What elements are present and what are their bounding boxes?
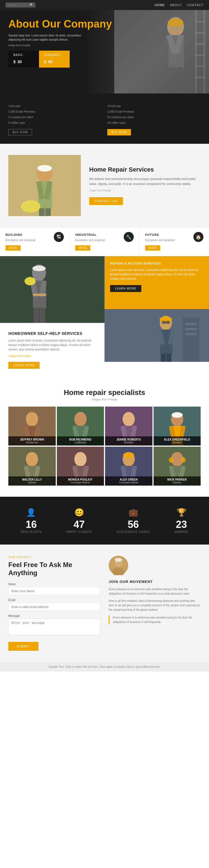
footer-text: Sample Text. Click to select the text bo… bbox=[8, 665, 201, 668]
future-more-button[interactable]: MORE bbox=[145, 245, 160, 251]
homeowner-left-col: HOMEOWNER SELF-HELP SERVICES Lorem ipsum… bbox=[0, 256, 105, 377]
specialist-0-name: JEFFREY BROWN bbox=[10, 438, 54, 441]
svg-rect-12 bbox=[195, 43, 205, 44]
join-avatar bbox=[109, 556, 128, 575]
industrial-more-button[interactable]: MORE bbox=[75, 245, 90, 251]
pricing-row: BASIC $ 30 STANDART $ 60 bbox=[8, 51, 112, 68]
industrial-icon: 🔧 bbox=[124, 232, 134, 242]
repair-access-box: REPAIR & ACCESS SERVICES Lorem ipsum dol… bbox=[105, 256, 209, 309]
homeowner-description: Lorem ipsum dolor sit amet, consectetur … bbox=[8, 338, 96, 352]
homeowner-learn-button[interactable]: LEARN MORE bbox=[8, 362, 40, 369]
svg-point-34 bbox=[25, 277, 36, 285]
contact-title: Feel Free To Ask Me Anything bbox=[8, 561, 100, 577]
standard-feature-4: 10 coffee cups bbox=[107, 120, 201, 126]
nav-contact[interactable]: CONTACT bbox=[187, 3, 203, 7]
nav-about[interactable]: ABOUT bbox=[170, 3, 182, 7]
specialists-label: SPECIALISTS bbox=[21, 530, 42, 533]
specialist-4: WALTER LILLY Partner bbox=[8, 447, 56, 486]
svg-rect-44 bbox=[185, 323, 197, 325]
repair-worker-image bbox=[8, 155, 81, 216]
basic-plan-box: BASIC $ 30 bbox=[8, 51, 39, 68]
svg-point-86 bbox=[74, 452, 86, 467]
svg-point-77 bbox=[172, 412, 183, 418]
cases-icon: 💼 bbox=[116, 508, 150, 517]
specialist-5-info: MONICA POULIOT Associate Partner bbox=[57, 476, 104, 486]
message-label: Message bbox=[8, 614, 100, 617]
plans-section: 1 full user 1,000 Email Previews 5 conta… bbox=[0, 93, 209, 144]
building-more-button[interactable]: MORE bbox=[6, 245, 21, 251]
nav-home[interactable]: HOME bbox=[155, 3, 165, 7]
email-input[interactable] bbox=[8, 603, 100, 611]
repair-access-right: REPAIR & ACCESS SERVICES Lorem ipsum dol… bbox=[105, 256, 209, 362]
specialist-0-role: Handyman bbox=[10, 441, 54, 444]
basic-features: 1 full user 1,000 Email Previews 5 conta… bbox=[8, 103, 102, 126]
standard-feature-1: 10 full user bbox=[107, 103, 201, 109]
svg-rect-25 bbox=[0, 256, 105, 323]
svg-rect-31 bbox=[40, 308, 45, 323]
standard-amount: 60 bbox=[48, 60, 52, 64]
basic-amount: 30 bbox=[17, 60, 22, 64]
homeowner-image-credit: Images from Freepik bbox=[8, 354, 96, 358]
specialist-1-role: Craftsman bbox=[58, 441, 103, 444]
svg-rect-14 bbox=[195, 66, 205, 67]
standard-feature-2: 2,000 Email Previews bbox=[107, 109, 201, 115]
join-quote-text: Every pleasure is to welcome pain avoide… bbox=[113, 616, 201, 624]
specialist-5-role: Associate Partner bbox=[58, 481, 103, 484]
stats-section: 👤 16 SPECIALISTS 😊 47 HAPPY CLIENTS 💼 56… bbox=[0, 497, 209, 545]
search-box[interactable]: 🔍 bbox=[6, 2, 35, 7]
svg-point-18 bbox=[37, 165, 52, 172]
basic-plan-label: BASIC bbox=[14, 53, 34, 57]
message-textarea[interactable] bbox=[8, 619, 100, 635]
specialist-0-info: JEFFREY BROWN Handyman bbox=[8, 436, 56, 445]
specialist-1: BOB RICHMOND Craftsman bbox=[57, 407, 104, 445]
svg-point-42 bbox=[160, 316, 172, 322]
standard-features: 10 full user 2,000 Email Previews 10 con… bbox=[107, 103, 201, 126]
svg-point-48 bbox=[165, 321, 170, 324]
repair-content: Home Repair Services We believe that hom… bbox=[89, 166, 201, 205]
join-quote: Every pleasure is to welcome pain avoide… bbox=[109, 616, 201, 624]
basic-feature-1: 1 full user bbox=[8, 103, 102, 109]
contact-section-label: OUR CONTACT bbox=[8, 556, 100, 559]
repair-access-learn-button[interactable]: LEARN MORE bbox=[110, 285, 141, 292]
name-input[interactable] bbox=[8, 587, 100, 595]
svg-point-50 bbox=[26, 412, 38, 427]
specialists-title: Home repair specialists bbox=[8, 388, 201, 397]
specialist-2-info: JENNIE ROBERTS Plumber bbox=[105, 436, 152, 445]
nav-links: HOME ABOUT CONTACT bbox=[155, 3, 203, 7]
join-title: JOIN OUR MOVEMENT bbox=[109, 580, 201, 584]
specialist-7: MICK PARKER Partner bbox=[154, 447, 201, 486]
standard-buy-button[interactable]: BUY NOW bbox=[107, 129, 131, 135]
contact-form-col: OUR CONTACT Feel Free To Ask Me Anything… bbox=[8, 556, 100, 651]
repair-access-title: REPAIR & ACCESS SERVICES bbox=[110, 262, 203, 265]
contact-us-button[interactable]: CONTACT US bbox=[89, 197, 123, 205]
standard-currency: $ bbox=[44, 60, 46, 64]
svg-rect-23 bbox=[45, 208, 51, 216]
basic-plan-col: 1 full user 1,000 Email Previews 5 conta… bbox=[8, 103, 102, 135]
repair-access-description: Lorem ipsum dolor sit amet, consectetur … bbox=[110, 268, 203, 281]
message-field-group: Message bbox=[8, 614, 100, 636]
svg-point-107 bbox=[168, 457, 173, 463]
cases-label: SUCCESSFUL CASES bbox=[116, 530, 150, 533]
basic-buy-button[interactable]: BUY NOW bbox=[8, 129, 32, 135]
standard-plan-label: STANDART bbox=[44, 53, 64, 57]
standard-plan-box: STANDART $ 60 bbox=[39, 51, 70, 68]
future-card: 🏠 FUTURE Excepteur sint occaecat MORE bbox=[139, 227, 209, 256]
awards-label: AWARDS bbox=[175, 530, 188, 533]
svg-point-111 bbox=[115, 558, 122, 562]
stat-cases: 💼 56 SUCCESSFUL CASES bbox=[116, 508, 150, 533]
basic-feature-2: 1,000 Email Previews bbox=[8, 109, 102, 115]
standard-feature-3: 10 contacts per client bbox=[107, 115, 201, 120]
specialist-4-info: WALTER LILLY Partner bbox=[8, 476, 56, 486]
specialist-4-name: WALTER LILLY bbox=[10, 478, 54, 481]
svg-point-7 bbox=[168, 19, 183, 26]
specialist-2-name: JENNIE ROBERTS bbox=[107, 438, 151, 441]
awards-count: 23 bbox=[175, 519, 188, 530]
submit-button[interactable]: SUBMIT bbox=[8, 642, 38, 651]
join-para2: How is all this mistaken idea of denounc… bbox=[109, 599, 201, 612]
svg-rect-33 bbox=[33, 294, 46, 296]
join-col: JOIN OUR MOVEMENT Every pleasure is to w… bbox=[109, 556, 201, 651]
svg-rect-45 bbox=[185, 328, 197, 330]
svg-rect-8 bbox=[195, 10, 197, 93]
svg-rect-9 bbox=[203, 10, 205, 93]
search-input[interactable] bbox=[7, 3, 29, 7]
